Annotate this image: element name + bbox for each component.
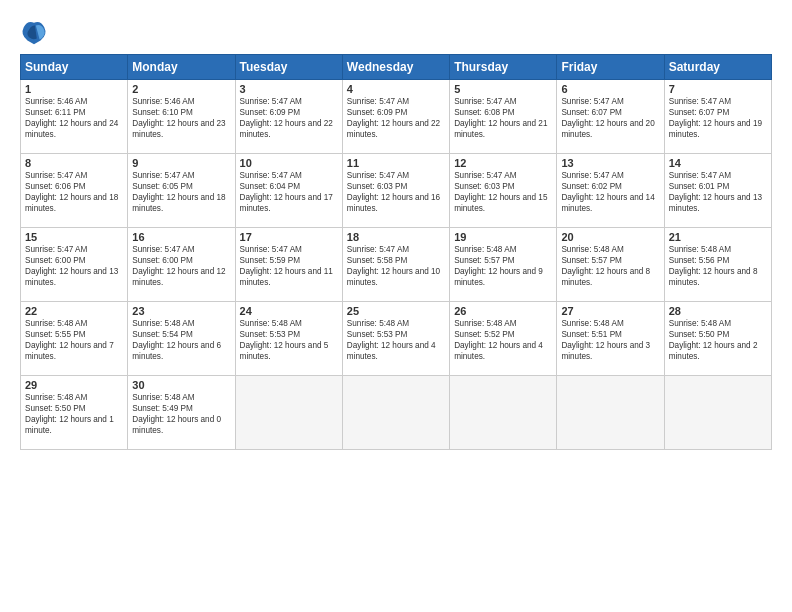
day-number: 21 [669, 231, 767, 243]
calendar-cell: 16 Sunrise: 5:47 AMSunset: 6:00 PMDaylig… [128, 228, 235, 302]
calendar-cell: 3 Sunrise: 5:47 AMSunset: 6:09 PMDayligh… [235, 80, 342, 154]
page: SundayMondayTuesdayWednesdayThursdayFrid… [0, 0, 792, 612]
cell-info: Sunrise: 5:47 AMSunset: 6:09 PMDaylight:… [347, 97, 440, 139]
calendar-cell: 19 Sunrise: 5:48 AMSunset: 5:57 PMDaylig… [450, 228, 557, 302]
logo [20, 18, 54, 46]
col-header-thursday: Thursday [450, 55, 557, 80]
day-number: 4 [347, 83, 445, 95]
cell-info: Sunrise: 5:47 AMSunset: 6:08 PMDaylight:… [454, 97, 547, 139]
cell-info: Sunrise: 5:48 AMSunset: 5:50 PMDaylight:… [669, 319, 758, 361]
calendar-cell: 10 Sunrise: 5:47 AMSunset: 6:04 PMDaylig… [235, 154, 342, 228]
calendar-cell: 13 Sunrise: 5:47 AMSunset: 6:02 PMDaylig… [557, 154, 664, 228]
day-number: 18 [347, 231, 445, 243]
calendar-cell: 9 Sunrise: 5:47 AMSunset: 6:05 PMDayligh… [128, 154, 235, 228]
cell-info: Sunrise: 5:48 AMSunset: 5:55 PMDaylight:… [25, 319, 114, 361]
calendar-cell: 17 Sunrise: 5:47 AMSunset: 5:59 PMDaylig… [235, 228, 342, 302]
col-header-friday: Friday [557, 55, 664, 80]
calendar-cell [557, 376, 664, 450]
day-number: 22 [25, 305, 123, 317]
day-number: 10 [240, 157, 338, 169]
logo-icon [20, 18, 48, 46]
calendar-cell: 18 Sunrise: 5:47 AMSunset: 5:58 PMDaylig… [342, 228, 449, 302]
calendar-cell: 11 Sunrise: 5:47 AMSunset: 6:03 PMDaylig… [342, 154, 449, 228]
calendar-cell: 22 Sunrise: 5:48 AMSunset: 5:55 PMDaylig… [21, 302, 128, 376]
day-number: 20 [561, 231, 659, 243]
day-number: 13 [561, 157, 659, 169]
cell-info: Sunrise: 5:48 AMSunset: 5:57 PMDaylight:… [454, 245, 543, 287]
day-number: 1 [25, 83, 123, 95]
calendar-cell [235, 376, 342, 450]
day-number: 26 [454, 305, 552, 317]
col-header-saturday: Saturday [664, 55, 771, 80]
day-number: 15 [25, 231, 123, 243]
cell-info: Sunrise: 5:47 AMSunset: 6:03 PMDaylight:… [347, 171, 440, 213]
cell-info: Sunrise: 5:47 AMSunset: 6:06 PMDaylight:… [25, 171, 118, 213]
calendar-cell: 15 Sunrise: 5:47 AMSunset: 6:00 PMDaylig… [21, 228, 128, 302]
cell-info: Sunrise: 5:47 AMSunset: 5:58 PMDaylight:… [347, 245, 440, 287]
calendar-cell: 26 Sunrise: 5:48 AMSunset: 5:52 PMDaylig… [450, 302, 557, 376]
cell-info: Sunrise: 5:48 AMSunset: 5:53 PMDaylight:… [347, 319, 436, 361]
day-number: 16 [132, 231, 230, 243]
calendar-cell [664, 376, 771, 450]
day-number: 17 [240, 231, 338, 243]
calendar-cell: 4 Sunrise: 5:47 AMSunset: 6:09 PMDayligh… [342, 80, 449, 154]
day-number: 14 [669, 157, 767, 169]
calendar-table: SundayMondayTuesdayWednesdayThursdayFrid… [20, 54, 772, 450]
col-header-wednesday: Wednesday [342, 55, 449, 80]
calendar-cell: 24 Sunrise: 5:48 AMSunset: 5:53 PMDaylig… [235, 302, 342, 376]
calendar-cell [342, 376, 449, 450]
calendar-cell: 12 Sunrise: 5:47 AMSunset: 6:03 PMDaylig… [450, 154, 557, 228]
calendar-cell: 23 Sunrise: 5:48 AMSunset: 5:54 PMDaylig… [128, 302, 235, 376]
cell-info: Sunrise: 5:47 AMSunset: 6:00 PMDaylight:… [25, 245, 118, 287]
cell-info: Sunrise: 5:48 AMSunset: 5:54 PMDaylight:… [132, 319, 221, 361]
calendar-week-1: 8 Sunrise: 5:47 AMSunset: 6:06 PMDayligh… [21, 154, 772, 228]
calendar-cell: 20 Sunrise: 5:48 AMSunset: 5:57 PMDaylig… [557, 228, 664, 302]
cell-info: Sunrise: 5:47 AMSunset: 6:04 PMDaylight:… [240, 171, 333, 213]
calendar-cell: 5 Sunrise: 5:47 AMSunset: 6:08 PMDayligh… [450, 80, 557, 154]
col-header-tuesday: Tuesday [235, 55, 342, 80]
calendar-cell [450, 376, 557, 450]
calendar-cell: 27 Sunrise: 5:48 AMSunset: 5:51 PMDaylig… [557, 302, 664, 376]
day-number: 9 [132, 157, 230, 169]
day-number: 28 [669, 305, 767, 317]
calendar-cell: 7 Sunrise: 5:47 AMSunset: 6:07 PMDayligh… [664, 80, 771, 154]
day-number: 11 [347, 157, 445, 169]
header [20, 18, 772, 46]
cell-info: Sunrise: 5:46 AMSunset: 6:10 PMDaylight:… [132, 97, 225, 139]
day-number: 12 [454, 157, 552, 169]
day-number: 3 [240, 83, 338, 95]
calendar-week-3: 22 Sunrise: 5:48 AMSunset: 5:55 PMDaylig… [21, 302, 772, 376]
day-number: 23 [132, 305, 230, 317]
calendar-cell: 28 Sunrise: 5:48 AMSunset: 5:50 PMDaylig… [664, 302, 771, 376]
col-header-sunday: Sunday [21, 55, 128, 80]
calendar-cell: 29 Sunrise: 5:48 AMSunset: 5:50 PMDaylig… [21, 376, 128, 450]
cell-info: Sunrise: 5:48 AMSunset: 5:52 PMDaylight:… [454, 319, 543, 361]
calendar-week-4: 29 Sunrise: 5:48 AMSunset: 5:50 PMDaylig… [21, 376, 772, 450]
calendar-cell: 21 Sunrise: 5:48 AMSunset: 5:56 PMDaylig… [664, 228, 771, 302]
day-number: 8 [25, 157, 123, 169]
calendar-cell: 1 Sunrise: 5:46 AMSunset: 6:11 PMDayligh… [21, 80, 128, 154]
calendar-week-0: 1 Sunrise: 5:46 AMSunset: 6:11 PMDayligh… [21, 80, 772, 154]
cell-info: Sunrise: 5:47 AMSunset: 6:02 PMDaylight:… [561, 171, 654, 213]
cell-info: Sunrise: 5:48 AMSunset: 5:49 PMDaylight:… [132, 393, 221, 435]
cell-info: Sunrise: 5:47 AMSunset: 6:01 PMDaylight:… [669, 171, 762, 213]
cell-info: Sunrise: 5:48 AMSunset: 5:51 PMDaylight:… [561, 319, 650, 361]
calendar-cell: 6 Sunrise: 5:47 AMSunset: 6:07 PMDayligh… [557, 80, 664, 154]
day-number: 30 [132, 379, 230, 391]
day-number: 29 [25, 379, 123, 391]
cell-info: Sunrise: 5:47 AMSunset: 6:07 PMDaylight:… [669, 97, 762, 139]
cell-info: Sunrise: 5:48 AMSunset: 5:50 PMDaylight:… [25, 393, 114, 435]
calendar-cell: 25 Sunrise: 5:48 AMSunset: 5:53 PMDaylig… [342, 302, 449, 376]
cell-info: Sunrise: 5:47 AMSunset: 6:09 PMDaylight:… [240, 97, 333, 139]
col-header-monday: Monday [128, 55, 235, 80]
cell-info: Sunrise: 5:48 AMSunset: 5:57 PMDaylight:… [561, 245, 650, 287]
header-row: SundayMondayTuesdayWednesdayThursdayFrid… [21, 55, 772, 80]
cell-info: Sunrise: 5:47 AMSunset: 5:59 PMDaylight:… [240, 245, 333, 287]
cell-info: Sunrise: 5:47 AMSunset: 6:05 PMDaylight:… [132, 171, 225, 213]
day-number: 25 [347, 305, 445, 317]
day-number: 5 [454, 83, 552, 95]
calendar-week-2: 15 Sunrise: 5:47 AMSunset: 6:00 PMDaylig… [21, 228, 772, 302]
cell-info: Sunrise: 5:48 AMSunset: 5:56 PMDaylight:… [669, 245, 758, 287]
cell-info: Sunrise: 5:47 AMSunset: 6:00 PMDaylight:… [132, 245, 225, 287]
calendar-cell: 2 Sunrise: 5:46 AMSunset: 6:10 PMDayligh… [128, 80, 235, 154]
